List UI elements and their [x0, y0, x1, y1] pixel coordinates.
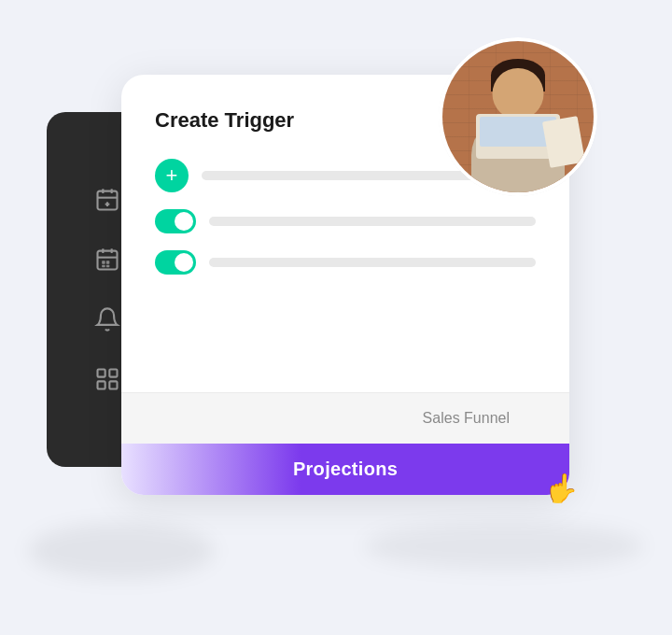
toggle-2[interactable] [155, 250, 196, 275]
avatar [439, 37, 597, 196]
shadow-right [364, 523, 644, 570]
shadow-left [28, 523, 215, 579]
sales-funnel-label: Sales Funnel [423, 410, 510, 427]
trigger-row-1 [155, 209, 536, 233]
plus-icon: + [166, 165, 178, 186]
svg-rect-11 [106, 261, 110, 264]
svg-rect-16 [98, 381, 105, 388]
svg-rect-17 [109, 381, 117, 388]
svg-rect-13 [106, 265, 110, 267]
projections-label: Projections [293, 459, 398, 480]
sales-funnel-row: Sales Funnel [121, 392, 569, 444]
svg-rect-0 [98, 191, 118, 210]
svg-rect-14 [98, 370, 105, 377]
bell-icon[interactable] [94, 306, 120, 332]
svg-rect-10 [102, 261, 105, 264]
person-face [493, 68, 544, 120]
trigger-input-placeholder-3 [209, 258, 536, 267]
trigger-input-placeholder-2 [209, 217, 536, 226]
main-card: Create Trigger + Sales [121, 75, 569, 495]
grid-icon[interactable] [94, 366, 120, 392]
calendar-add-icon[interactable] [94, 187, 120, 213]
svg-rect-15 [109, 370, 117, 377]
projections-bar[interactable]: Projections [121, 444, 569, 495]
svg-rect-12 [102, 265, 105, 267]
add-trigger-button[interactable]: + [155, 159, 189, 192]
calendar-icon[interactable] [94, 247, 120, 273]
card-bottom: Sales Funnel Projections [121, 392, 569, 495]
toggle-1[interactable] [155, 209, 196, 233]
scene: Create Trigger + Sales [47, 75, 625, 560]
hand-cursor-icon: 👆 [544, 472, 579, 504]
trigger-row-2 [155, 250, 536, 275]
